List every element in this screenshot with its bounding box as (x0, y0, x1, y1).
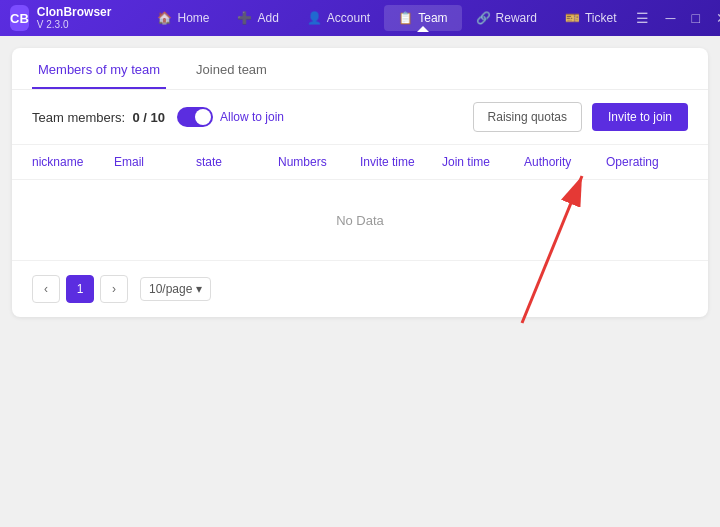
chevron-down-icon: ▾ (196, 282, 202, 296)
prev-page-button[interactable]: ‹ (32, 275, 60, 303)
toolbar-right: Raising quotas Invite to join (473, 102, 688, 132)
next-page-button[interactable]: › (100, 275, 128, 303)
titlebar: CB ClonBrowser V 2.3.0 🏠 Home ➕ Add 👤 Ac… (0, 0, 720, 36)
team-icon: 📋 (398, 11, 413, 25)
app-name: ClonBrowser (37, 6, 112, 19)
members-count-label: Team members: 0 / 10 (32, 110, 165, 125)
nav-home-label: Home (177, 11, 209, 25)
nav-ticket-label: Ticket (585, 11, 617, 25)
raising-quotas-button[interactable]: Raising quotas (473, 102, 582, 132)
col-state: state (196, 155, 278, 169)
allow-join-toggle-wrap: Allow to join (177, 107, 284, 127)
col-invite-time: Invite time (360, 155, 442, 169)
col-authority: Authority (524, 155, 606, 169)
nav-item-account[interactable]: 👤 Account (293, 5, 384, 31)
page-size-selector[interactable]: 10/page ▾ (140, 277, 211, 301)
pagination: ‹ 1 › 10/page ▾ (12, 260, 708, 317)
main-content: Members of my team Joined team Team memb… (0, 36, 720, 527)
col-numbers: Numbers (278, 155, 360, 169)
menu-button[interactable]: ☰ (630, 8, 655, 28)
maximize-button[interactable]: □ (685, 8, 705, 28)
table-body: No Data (12, 180, 708, 260)
no-data-text: No Data (336, 213, 384, 228)
nav-item-team[interactable]: 📋 Team (384, 5, 461, 31)
app-logo: CB (10, 5, 29, 31)
col-nickname: nickname (32, 155, 114, 169)
team-toolbar: Team members: 0 / 10 Allow to join Raisi… (12, 90, 708, 145)
current-page-button[interactable]: 1 (66, 275, 94, 303)
main-nav: 🏠 Home ➕ Add 👤 Account 📋 Team 🔗 Reward 🎫… (143, 5, 630, 31)
minimize-button[interactable]: ─ (659, 8, 681, 28)
invite-to-join-button[interactable]: Invite to join (592, 103, 688, 131)
nav-team-label: Team (418, 11, 447, 25)
nav-reward-label: Reward (496, 11, 537, 25)
tab-bar: Members of my team Joined team (12, 48, 708, 90)
close-button[interactable]: ✕ (710, 8, 720, 28)
col-operating: Operating (606, 155, 688, 169)
page-size-label: 10/page (149, 282, 192, 296)
table-header: nickname Email state Numbers Invite time… (12, 145, 708, 180)
nav-account-label: Account (327, 11, 370, 25)
col-email: Email (114, 155, 196, 169)
nav-item-add[interactable]: ➕ Add (223, 5, 292, 31)
add-icon: ➕ (237, 11, 252, 25)
tab-joined-team[interactable]: Joined team (190, 48, 273, 89)
account-icon: 👤 (307, 11, 322, 25)
reward-icon: 🔗 (476, 11, 491, 25)
app-version: V 2.3.0 (37, 19, 112, 30)
members-count: 0 / 10 (132, 110, 165, 125)
col-join-time: Join time (442, 155, 524, 169)
tab-my-team[interactable]: Members of my team (32, 48, 166, 89)
team-card: Members of my team Joined team Team memb… (12, 48, 708, 317)
allow-join-label: Allow to join (220, 110, 284, 124)
nav-item-home[interactable]: 🏠 Home (143, 5, 223, 31)
home-icon: 🏠 (157, 11, 172, 25)
window-controls: ☰ ─ □ ✕ (630, 8, 720, 28)
allow-join-toggle[interactable] (177, 107, 213, 127)
nav-add-label: Add (257, 11, 278, 25)
nav-item-reward[interactable]: 🔗 Reward (462, 5, 551, 31)
nav-item-ticket[interactable]: 🎫 Ticket (551, 5, 631, 31)
ticket-icon: 🎫 (565, 11, 580, 25)
